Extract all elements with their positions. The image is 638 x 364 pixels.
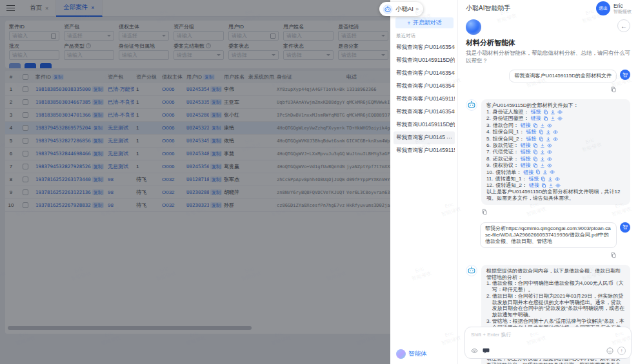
download-icon[interactable]	[548, 177, 553, 182]
material-link[interactable]: 链接	[529, 182, 539, 189]
agents-entry-label: 智能体	[408, 350, 427, 358]
send-button[interactable]: ↑	[617, 347, 626, 355]
copy-icon[interactable]	[543, 116, 548, 121]
material-link[interactable]: 链接	[523, 169, 533, 176]
assistant-pill[interactable]: 小聪AI »	[379, 2, 423, 16]
eye-icon[interactable]	[547, 143, 552, 148]
copy-icon[interactable]	[533, 163, 538, 168]
material-link[interactable]: 链接	[521, 142, 531, 149]
logout-avatar[interactable]: 退出	[596, 1, 610, 15]
collapse-icon[interactable]: »	[415, 6, 419, 12]
copy-icon[interactable]	[539, 137, 544, 142]
material-index: 12.	[486, 182, 493, 189]
material-index: 2.	[486, 115, 491, 122]
user-dept: 智能催收	[613, 9, 632, 14]
copy-icon[interactable]	[535, 169, 541, 175]
agent-intro-text: 我是小聪材料分析智能体，帮助您做材料分析、总结，请问有什么可以帮您？	[466, 50, 630, 65]
download-icon[interactable]	[546, 137, 551, 142]
recent-chats-label: 最近对话	[396, 33, 457, 39]
download-icon[interactable]	[540, 143, 545, 148]
download-icon[interactable]	[550, 110, 555, 115]
material-link[interactable]: 链接	[521, 122, 531, 129]
material-item: 4. 担保合同_1： 链接	[486, 129, 625, 135]
material-link[interactable]: 链接	[521, 162, 531, 169]
eye-icon[interactable]	[555, 177, 560, 182]
more-icon[interactable]: ⋯	[445, 135, 452, 141]
chat-history-list: 帮我查询客户U01463548D的 ⋯ 帮我查询U01459115D的全部 ⋯ …	[390, 41, 457, 157]
download-icon[interactable]	[540, 163, 545, 168]
download-icon[interactable]	[546, 129, 551, 135]
material-link[interactable]: 链接	[528, 176, 539, 182]
eye-icon[interactable]	[555, 183, 561, 188]
copy-icon[interactable]	[543, 110, 548, 115]
material-link[interactable]: 链接	[526, 129, 537, 135]
material-item: 5. 担保合同_2： 链接	[486, 135, 625, 142]
new-chat-button[interactable]: + 开启新对话	[395, 17, 454, 28]
material-link[interactable]: 链接	[531, 109, 541, 115]
eye-icon[interactable]	[557, 116, 563, 121]
dim-overlay	[0, 0, 390, 364]
copy-message-icon[interactable]	[610, 84, 617, 95]
eye-icon[interactable]	[557, 110, 563, 115]
eye-icon[interactable]	[550, 169, 555, 175]
eye-icon[interactable]	[547, 157, 552, 162]
chat-history-item[interactable]: 帮我查询U01459115D的全部 ⋯	[390, 54, 457, 67]
back-button[interactable]: ←	[617, 19, 630, 32]
download-icon[interactable]	[550, 116, 555, 121]
copy-icon[interactable]	[533, 123, 538, 128]
chat-history-item[interactable]: 帮我查询客户U01463548D的 ⋯	[390, 41, 457, 54]
material-index: 11.	[486, 176, 493, 182]
material-item: 6. 放款凭证： 链接	[486, 142, 625, 149]
download-icon[interactable]	[548, 183, 553, 188]
analysis-point: 1. 借款金额：合同中明确指出借款金额为4,000元人民币（大写：肆仟元整）。	[486, 280, 625, 293]
chat-history-item[interactable]: 帮我查询客户U01463548D的 ⋯	[390, 80, 457, 93]
eye-icon[interactable]	[547, 149, 552, 155]
copy-icon[interactable]	[533, 143, 538, 148]
chat-history-item[interactable]: 帮我查询客户U01459115D的 ⋯	[390, 93, 457, 106]
user-cluster[interactable]: 退出 Eric 智能催收	[596, 1, 632, 15]
user-name: Eric	[613, 3, 632, 9]
material-index: 4.	[486, 129, 491, 135]
material-link[interactable]: 链接	[531, 115, 541, 122]
user-message-avatar: 智	[620, 222, 630, 233]
eye-icon[interactable]	[553, 129, 558, 135]
material-link[interactable]: 链接	[521, 149, 531, 155]
chat-input-box[interactable]: Shift + Enter 换行 ↑	[464, 327, 632, 359]
material-item: 11. 债转通知_1： 链接	[486, 176, 625, 182]
chat-history-item[interactable]: 帮我查询客户U01463548D的 ⋯	[390, 67, 457, 80]
material-item: 12. 债转通知_2： 链接	[486, 182, 625, 189]
robot-avatar	[466, 265, 477, 276]
material-name: 身份证人脸照：	[493, 109, 529, 115]
copy-icon[interactable]	[541, 183, 546, 188]
chat-history-item[interactable]: 帮我查询客户U01463548D的 ⋯	[390, 106, 457, 119]
speech-bubble-icon[interactable]	[482, 347, 490, 355]
agent-avatar	[396, 349, 406, 359]
robot-avatar	[466, 99, 477, 111]
eye-icon[interactable]	[553, 137, 558, 142]
copy-icon[interactable]	[533, 149, 538, 155]
chat-history-item[interactable]: 帮我查询U01459115D的全部 ⋯	[390, 119, 457, 131]
copy-icon[interactable]	[533, 157, 538, 162]
material-link[interactable]: 链接	[521, 156, 531, 162]
user-message-text: 帮我查询客户U01459115D的全部材料文件	[509, 70, 617, 82]
download-icon[interactable]	[540, 123, 545, 128]
download-icon[interactable]	[543, 169, 548, 175]
emoji-icon[interactable]	[606, 347, 614, 355]
chat-history-item[interactable]: 帮我查询客户U01459115D的 ⋯	[394, 131, 455, 144]
copy-icon[interactable]	[539, 129, 544, 135]
copy-message-icon[interactable]	[610, 249, 617, 261]
eye-icon[interactable]	[547, 123, 552, 128]
chat-history-item[interactable]: 帮我查询客户U01459115D的 ⋯	[390, 144, 457, 157]
vision-eye-icon[interactable]	[470, 347, 479, 355]
eye-icon[interactable]	[547, 163, 552, 168]
copy-icon[interactable]	[541, 177, 546, 182]
download-icon[interactable]	[540, 149, 545, 155]
analysis-point: 2. 借款日期：合同签订日期为2021年03月29日，但实际的贷款发放日期并未在…	[486, 293, 625, 318]
chat-history-label: 帮我查询客户U01463548D的	[396, 108, 455, 116]
chat-history-label: 帮我查询客户U01463548D的	[396, 82, 455, 90]
sidebar-footer[interactable]: 智能体	[390, 344, 457, 364]
assistant-panel: 小聪AI智能助手 退出 Eric 智能催收 ← 材料分析智能体 我是小聪材料分析…	[458, 0, 638, 364]
download-icon[interactable]	[540, 157, 545, 162]
copy-message-icon[interactable]	[481, 206, 488, 217]
material-link[interactable]: 链接	[526, 136, 537, 142]
